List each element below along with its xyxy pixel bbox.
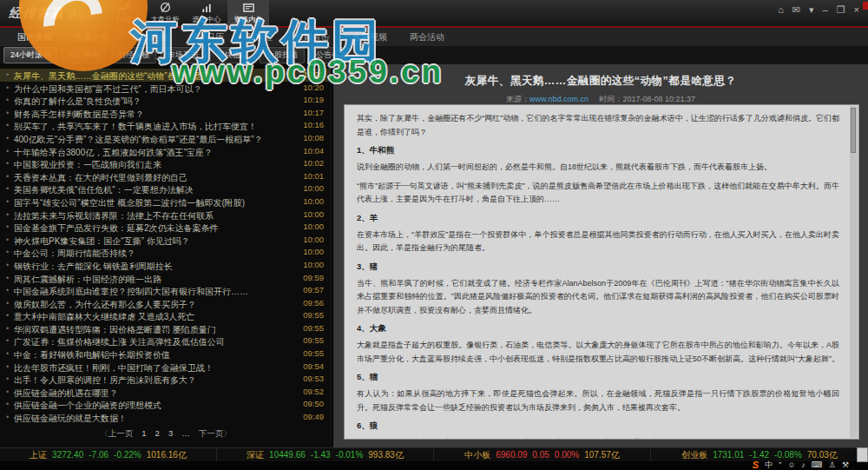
page-number[interactable]: … <box>181 428 190 438</box>
news-item[interactable]: •国字号“雄安公司”横空出世 概念股第二波行情一触即发(附股)10:00 <box>0 195 331 209</box>
news-item-time: 09:52 <box>303 386 324 399</box>
article-time-label: 时间： <box>599 95 622 103</box>
news-item[interactable]: •比去年股市还疯狂！刚刚，中国打响了金融保卫战！09:54 <box>0 361 331 374</box>
bullet-icon: • <box>6 309 9 322</box>
compass-icon <box>159 1 172 13</box>
barchart-icon <box>201 1 214 13</box>
section-tab[interactable]: 两会活动 <box>410 31 444 43</box>
close-icon[interactable]: × <box>854 4 859 15</box>
news-item-title: 供应链金融玩的就是大数据！ <box>14 414 127 423</box>
news-item[interactable]: •别买车了，共享汽车来了！数千辆奥迪进入市场，比打车便宜！10:16 <box>0 119 331 132</box>
category-tab[interactable]: 24小时滚动 <box>3 47 57 63</box>
category-tabs: 24小时滚动核心要闻财经纵横市场直击板块追踪个股扫描公告备忘 <box>0 46 868 64</box>
article-heading: 3、猪 <box>357 261 839 273</box>
page-number[interactable]: 2 <box>155 428 160 438</box>
scrollbar-thumb[interactable] <box>851 108 856 153</box>
minimize-icon[interactable]: – <box>823 4 828 15</box>
section-tab[interactable]: 事件驱动 <box>132 31 167 43</box>
lang-chinese-icon[interactable]: 中 <box>765 460 773 470</box>
section-tab[interactable]: 多赢视频 <box>352 31 387 43</box>
index-change-pct: 0.00% <box>555 450 579 460</box>
news-item-title: 你真的了解什么是“良性负债”吗？ <box>14 96 141 106</box>
news-list-panel: •灰犀牛、黑天鹅……金融圈的这些“动物”都是啥意思？10:21•为什么中国和美国… <box>0 64 332 447</box>
prev-page-button[interactable]: 〈上一页 <box>100 428 133 438</box>
news-item[interactable]: •中国金融系统到底由谁掌控？控制四大国有银行和国开行……09:57 <box>0 284 331 297</box>
article-source-label: 来源： <box>506 95 529 103</box>
section-tab[interactable]: 国内要闻 <box>17 31 52 43</box>
news-item[interactable]: •美国务卿忧美俄“信任危机”：一定要想办法解决10:00 <box>0 182 331 195</box>
dropdown-arrow-icon[interactable]: ▾ <box>809 4 814 15</box>
bullet-icon: • <box>6 386 9 399</box>
page-number[interactable]: 3 <box>168 428 173 438</box>
restore-icon[interactable]: ❐ <box>837 4 845 15</box>
news-item-title: 天香资本丛真：在大的时代里做到最好的自己 <box>14 173 187 182</box>
news-item-time: 10:21 <box>303 69 324 82</box>
soft-keyboard-icon[interactable]: ⌨ <box>812 460 823 470</box>
category-tab[interactable]: 财经纵横 <box>111 47 156 63</box>
section-tab[interactable]: 投资日历 <box>189 31 224 43</box>
home-icon[interactable]: ⌂ <box>778 4 784 15</box>
news-item-title: 中金公司：周期行情能否持续？ <box>14 248 135 258</box>
news-item[interactable]: •神火煤电PK豫安集团：国企“互撕” 你见过吗？10:00 <box>0 234 331 247</box>
section-tab[interactable]: 股事汇 <box>247 31 273 43</box>
voice-input-icon[interactable]: ♪ <box>801 460 806 470</box>
news-item-title: 做房奴那么苦，为什么还有那么多人要买房子？ <box>14 300 196 309</box>
bullet-icon: • <box>6 234 9 247</box>
news-item[interactable]: •华润双鹤遭遇转型阵痛：因价格垄断遭罚 屡陷质量门09:55 <box>0 322 331 335</box>
article-heading: 5、猫 <box>357 371 839 383</box>
news-item-time: 09:50 <box>303 398 324 411</box>
bullet-icon: • <box>6 182 9 195</box>
news-item[interactable]: •中金：看好钢铁和电解铝中长期投资价值09:55 <box>0 348 331 361</box>
toolbar-item-compass[interactable]: 大盘分析 <box>144 0 186 26</box>
news-item[interactable]: •供应链金融的机遇在哪里？09:52 <box>0 386 331 399</box>
news-item[interactable]: •为什么中国和美国都“富不过三代”，而日本可以？10:20 <box>0 82 331 95</box>
news-item[interactable]: •法拉第未来与乐视划清界限：法律上不存在任何联系10:00 <box>0 209 331 222</box>
news-item[interactable]: •供应链金融一个企业的融资的理想模式09:50 <box>0 398 331 411</box>
news-item[interactable]: •中国影视业投资：一匹战狼向我们走来10:02 <box>0 157 331 170</box>
bullet-icon: • <box>6 157 9 170</box>
news-item[interactable]: •天香资本丛真：在大的时代里做到最好的自己10:01 <box>0 170 331 183</box>
toolbar-item-news[interactable]: 资讯内参 <box>227 0 269 26</box>
toolbar-item-trend[interactable]: 行情 <box>102 0 144 26</box>
index-value: 1731.01 <box>713 450 744 460</box>
toolbox-icon[interactable]: ⚒ <box>842 460 849 470</box>
news-item-title: 供应链金融的机遇在哪里？ <box>14 388 118 398</box>
article-paragraph: 其实，除了灰犀牛，金融圈还有不少“网红”动物，它们的名字常常出现在错综复杂的金融… <box>357 112 839 139</box>
message-icon[interactable]: ✉ <box>792 4 800 15</box>
punctuation-icon[interactable]: ” <box>779 460 781 470</box>
category-tab[interactable]: 个股扫描 <box>260 47 305 63</box>
news-item[interactable]: •400亿欧元“分手费”？这是英镑的“救命稻草”还是“最后一根稻草”？10:08 <box>0 132 331 145</box>
article-scrollbar[interactable] <box>850 106 858 438</box>
category-tab[interactable]: 市场直击 <box>161 47 206 63</box>
news-item[interactable]: •钢铁行业：去产能深化 钢铁盈利周期拉长10:00 <box>0 259 331 272</box>
news-item[interactable]: •国金基金旗下产品发行失败：延募2次仍未达备案条件10:00 <box>0 221 331 234</box>
news-item[interactable]: •广发证券：焦煤价格继续上涨 关注高弹性及低估值公司09:55 <box>0 334 331 348</box>
news-item[interactable]: •十年输给茅台3800亿，五粮液如何跌落“酒王”宝座？10:04 <box>0 145 331 158</box>
skin-icon[interactable]: ♙ <box>829 460 836 470</box>
article-source-link[interactable]: www.nbd.com.cn <box>529 95 589 103</box>
news-item[interactable]: •灰犀牛、黑天鹅……金融圈的这些“动物”都是啥意思？10:21 <box>0 69 331 82</box>
section-tab[interactable]: 投顾直击 <box>295 31 330 43</box>
emoji-icon[interactable]: ☺ <box>787 460 795 470</box>
news-item[interactable]: •周其仁震撼解析：中国经济的唯一出路09:59 <box>0 272 331 285</box>
section-tab[interactable]: 多赢内参 <box>75 31 109 43</box>
news-item[interactable]: •供应链金融玩的就是大数据！09:49 <box>0 411 331 424</box>
news-item[interactable]: •财务高手怎样判断数据是否异常？10:17 <box>0 107 331 120</box>
sogou-logo-icon[interactable]: S <box>753 460 759 470</box>
news-item-time: 10:00 <box>303 195 324 209</box>
page-number[interactable]: 1 <box>141 428 146 438</box>
news-item-time: 09:55 <box>303 309 324 322</box>
news-item[interactable]: •中金公司：周期行情能否持续？10:00 <box>0 246 331 259</box>
news-item[interactable]: •做房奴那么苦，为什么还有那么多人要买房子？09:56 <box>0 297 331 310</box>
news-item[interactable]: •出手！令人胆寒的调控！房产泡沫到底有多大？09:53 <box>0 373 331 386</box>
pagination: 〈上一页123…下一页〉 <box>0 428 332 440</box>
toolbar-item-barchart[interactable]: 选股中心 <box>186 0 227 26</box>
category-tab[interactable]: 核心要闻 <box>62 47 107 63</box>
news-item[interactable]: •你真的了解什么是“良性负债”吗？10:19 <box>0 94 331 107</box>
news-item-title: 中国金融系统到底由谁掌控？控制四大国有银行和国开行…… <box>14 287 248 296</box>
news-item[interactable]: •意大利中南部森林大火继续肆虐 又造成3人死亡09:55 <box>0 309 331 322</box>
next-page-button[interactable]: 下一页〉 <box>199 428 232 438</box>
category-tab[interactable]: 板块追踪 <box>210 47 255 63</box>
article-paragraph: 大象就是指盘子超大的权重股。像银行类，石油类，电信类等。以大象庞大的身躯体现了它… <box>357 339 839 366</box>
category-tab[interactable]: 公告备忘 <box>309 47 354 63</box>
